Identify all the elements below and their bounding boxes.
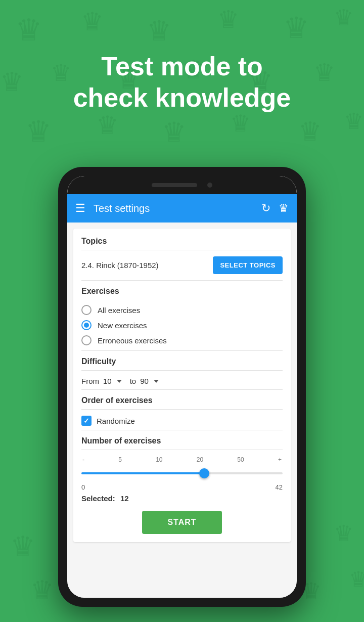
difficulty-divider-top <box>81 350 283 351</box>
exercises-title: Exercises <box>81 287 283 296</box>
app-bar: ☰ Test settings ↻ ♛ <box>67 194 297 223</box>
radio-new-outer <box>81 320 92 330</box>
randomize-checkbox[interactable]: ✓ <box>81 416 92 426</box>
svg-text:♛: ♛ <box>147 16 171 47</box>
svg-text:♛: ♛ <box>334 521 353 546</box>
hero-line2: check knowledge <box>20 82 344 113</box>
radio-all-label: All exercises <box>98 306 140 315</box>
settings-card: Topics 2.4. Rinck (1870-1952) SELECT TOP… <box>73 229 291 542</box>
refresh-icon[interactable]: ↻ <box>261 202 270 215</box>
scale-plus: + <box>278 456 282 463</box>
number-divider-top <box>81 430 283 430</box>
phone-top-bar <box>67 176 297 194</box>
phone-frame: ☰ Test settings ↻ ♛ Topics 2.4. Rinck (1… <box>58 167 306 607</box>
radio-all-outer <box>81 305 92 315</box>
app-content: ☰ Test settings ↻ ♛ Topics 2.4. Rinck (1… <box>67 194 297 598</box>
order-divider-inner <box>81 409 283 410</box>
svg-text:♛: ♛ <box>298 117 322 146</box>
checkbox-check-icon: ✓ <box>83 417 89 425</box>
app-bar-icons: ↻ ♛ <box>261 202 289 215</box>
to-dropdown-icon[interactable] <box>154 380 159 383</box>
radio-all-exercises[interactable]: All exercises <box>81 305 283 315</box>
radio-erroneous-outer <box>81 335 92 345</box>
scale-10: 10 <box>156 456 162 463</box>
selected-value: 12 <box>120 494 129 503</box>
selected-label: Selected: <box>81 494 115 503</box>
svg-text:♛: ♛ <box>349 568 364 591</box>
svg-text:♛: ♛ <box>30 576 54 605</box>
radio-new-exercises[interactable]: New exercises <box>81 320 283 330</box>
svg-text:♛: ♛ <box>217 6 239 33</box>
svg-text:♛: ♛ <box>10 531 35 562</box>
radio-new-inner <box>84 323 89 328</box>
hero-line1: Test mode to <box>20 51 344 82</box>
difficulty-title: Difficulty <box>81 357 283 366</box>
difficulty-from-value: 10 <box>103 377 112 385</box>
camera-dot <box>207 183 212 188</box>
number-section: Number of exercises - 5 10 20 50 + <box>81 436 283 503</box>
slider-scale-labels: - 5 10 20 50 + <box>81 456 283 463</box>
scale-20: 20 <box>197 456 203 463</box>
app-bar-title: Test settings <box>94 203 253 214</box>
slider-fill <box>81 472 204 474</box>
difficulty-to-label: to <box>130 377 136 385</box>
logo-icon[interactable]: ♛ <box>279 202 289 215</box>
phone-inner: ☰ Test settings ↻ ♛ Topics 2.4. Rinck (1… <box>67 176 297 598</box>
svg-text:♛: ♛ <box>96 111 119 140</box>
svg-text:♛: ♛ <box>230 111 251 137</box>
slider-range-start: 0 <box>81 483 85 491</box>
svg-text:♛: ♛ <box>283 12 309 45</box>
difficulty-from-label: From <box>81 377 99 385</box>
svg-text:♛: ♛ <box>81 8 104 36</box>
number-divider-inner <box>81 450 283 450</box>
menu-icon[interactable]: ☰ <box>75 202 85 215</box>
difficulty-divider-inner <box>81 370 283 371</box>
hero-text: Test mode to check knowledge <box>0 51 364 114</box>
start-button[interactable]: START <box>142 511 221 534</box>
radio-new-label: New exercises <box>98 321 147 330</box>
radio-erroneous-label: Erroneous exercises <box>98 336 167 345</box>
svg-text:♛: ♛ <box>162 117 186 148</box>
number-title: Number of exercises <box>81 436 283 446</box>
start-btn-row: START <box>81 511 283 534</box>
slider-thumb[interactable] <box>199 468 209 478</box>
difficulty-section: Difficulty From 10 to 90 <box>81 357 283 385</box>
scale-5: 5 <box>118 456 122 463</box>
svg-text:♛: ♛ <box>334 6 353 30</box>
topics-title: Topics <box>81 237 283 246</box>
slider-range-row: 0 42 <box>81 483 283 491</box>
svg-text:♛: ♛ <box>25 115 52 148</box>
selected-count: Selected: 12 <box>81 494 283 503</box>
select-topics-button[interactable]: SELECT TOPICS <box>213 256 283 274</box>
randomize-label: Randomize <box>97 417 135 425</box>
scale-minus: - <box>82 456 84 463</box>
topics-section: Topics 2.4. Rinck (1870-1952) SELECT TOP… <box>81 237 283 274</box>
speaker-grille <box>152 183 197 187</box>
topics-divider <box>81 250 283 250</box>
svg-text:♛: ♛ <box>15 14 42 47</box>
difficulty-row: From 10 to 90 <box>81 377 283 385</box>
topic-text: 2.4. Rinck (1870-1952) <box>81 261 159 270</box>
randomize-checkbox-row[interactable]: ✓ Randomize <box>81 416 283 426</box>
from-dropdown-icon[interactable] <box>117 380 122 383</box>
order-divider-top <box>81 389 283 390</box>
topic-row: 2.4. Rinck (1870-1952) SELECT TOPICS <box>81 256 283 274</box>
slider-container[interactable] <box>81 465 283 481</box>
order-title: Order of exercises <box>81 396 283 405</box>
exercises-section: Exercises All exercises New exercises <box>81 287 283 345</box>
difficulty-to-value: 90 <box>140 377 149 385</box>
order-section: Order of exercises ✓ Randomize <box>81 396 283 426</box>
exercises-divider-top <box>81 280 283 281</box>
radio-erroneous-exercises[interactable]: Erroneous exercises <box>81 335 283 345</box>
scale-50: 50 <box>237 456 244 463</box>
slider-range-end: 42 <box>276 483 283 491</box>
